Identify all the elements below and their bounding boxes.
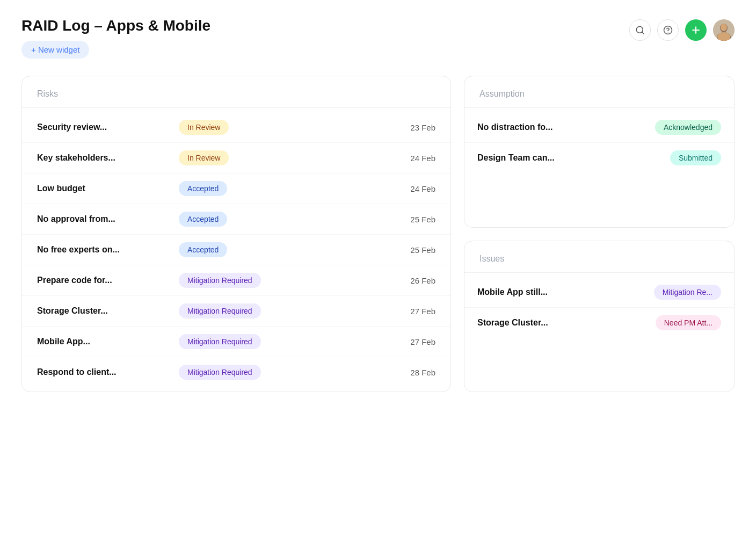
header-left: RAID Log – Apps & Mobile + New widget <box>21 17 210 59</box>
table-row[interactable]: No free experts on... Accepted 25 Feb <box>22 235 450 265</box>
row-date: 28 Feb <box>310 368 435 377</box>
new-widget-button[interactable]: + New widget <box>21 41 89 59</box>
row-status: Mitigation Required <box>179 303 297 319</box>
row-date: 24 Feb <box>310 154 435 163</box>
row-status: Mitigation Required <box>179 334 297 349</box>
table-row[interactable]: Design Team can... Submitted <box>464 143 734 173</box>
row-status: In Review <box>179 150 297 165</box>
status-badge: Accepted <box>179 212 227 227</box>
svg-point-9 <box>721 24 727 31</box>
row-date: 24 Feb <box>310 184 435 193</box>
table-row[interactable]: No distraction fo... Acknowledged <box>464 112 734 143</box>
row-name: Prepare code for... <box>37 276 166 285</box>
row-name: Storage Cluster... <box>37 306 166 316</box>
row-name: No free experts on... <box>37 245 166 255</box>
table-row[interactable]: Prepare code for... Mitigation Required … <box>22 265 450 296</box>
row-name: Key stakeholders... <box>37 153 166 163</box>
issues-table: Mobile App still... Mitigation Re... Sto… <box>464 273 734 342</box>
table-row[interactable]: Storage Cluster... Mitigation Required 2… <box>22 296 450 327</box>
search-icon <box>635 25 645 35</box>
risks-card-title: Risks <box>37 89 58 98</box>
row-status: In Review <box>179 120 297 135</box>
table-row[interactable]: No approval from... Accepted 25 Feb <box>22 204 450 235</box>
status-badge: Need PM Att... <box>656 315 721 330</box>
row-name: Respond to client... <box>37 367 166 377</box>
status-badge: In Review <box>179 150 229 165</box>
row-status: Accepted <box>179 181 297 196</box>
row-date: 23 Feb <box>310 123 435 132</box>
row-name: No approval from... <box>37 214 166 224</box>
issues-card-title: Issues <box>479 254 504 263</box>
row-status: Need PM Att... <box>656 315 721 330</box>
row-date: 27 Feb <box>310 307 435 316</box>
header-right <box>629 19 735 41</box>
row-date: 25 Feb <box>310 215 435 224</box>
page-title: RAID Log – Apps & Mobile <box>21 17 210 34</box>
table-row[interactable]: Mobile App... Mitigation Required 27 Feb <box>22 327 450 357</box>
table-row[interactable]: Storage Cluster... Need PM Att... <box>464 308 734 338</box>
status-badge: Mitigation Re... <box>654 285 721 300</box>
row-name: Mobile App still... <box>477 287 645 297</box>
svg-line-1 <box>642 32 643 33</box>
table-row[interactable]: Mobile App still... Mitigation Re... <box>464 277 734 308</box>
risks-card: Risks Security review... In Review 23 Fe… <box>21 76 451 392</box>
row-name: Design Team can... <box>477 153 662 163</box>
status-badge: Accepted <box>179 242 227 257</box>
table-row[interactable]: Respond to client... Mitigation Required… <box>22 357 450 387</box>
header: RAID Log – Apps & Mobile + New widget <box>21 17 735 59</box>
row-status: Accepted <box>179 212 297 227</box>
main-content: Risks Security review... In Review 23 Fe… <box>21 76 735 392</box>
row-date: 25 Feb <box>310 245 435 255</box>
right-panel: Assumption No distraction fo... Acknowle… <box>464 76 735 392</box>
plus-icon <box>690 25 701 35</box>
add-button[interactable] <box>685 19 707 41</box>
status-badge: Acknowledged <box>655 120 721 135</box>
risks-card-header: Risks <box>22 76 450 108</box>
row-name: No distraction fo... <box>477 122 646 132</box>
issues-card: Issues Mobile App still... Mitigation Re… <box>464 241 735 393</box>
status-badge: Mitigation Required <box>179 303 261 319</box>
status-badge: In Review <box>179 120 229 135</box>
avatar[interactable] <box>713 19 735 41</box>
row-date: 26 Feb <box>310 276 435 285</box>
table-row[interactable]: Low budget Accepted 24 Feb <box>22 173 450 204</box>
row-status: Accepted <box>179 242 297 257</box>
issues-card-header: Issues <box>464 241 734 273</box>
row-status: Mitigation Re... <box>654 285 721 300</box>
row-name: Mobile App... <box>37 337 166 346</box>
risks-table: Security review... In Review 23 Feb Key … <box>22 108 450 392</box>
status-badge: Mitigation Required <box>179 334 261 349</box>
status-badge: Submitted <box>670 150 721 165</box>
assumption-card-title: Assumption <box>479 89 525 98</box>
assumption-card-header: Assumption <box>464 76 734 108</box>
status-badge: Accepted <box>179 181 227 196</box>
row-status: Mitigation Required <box>179 273 297 288</box>
row-status: Acknowledged <box>655 120 721 135</box>
search-button[interactable] <box>629 19 651 41</box>
row-name: Low budget <box>37 184 166 193</box>
assumption-card: Assumption No distraction fo... Acknowle… <box>464 76 735 228</box>
row-name: Storage Cluster... <box>477 318 647 328</box>
row-status: Mitigation Required <box>179 365 297 380</box>
row-status: Submitted <box>670 150 721 165</box>
row-date: 27 Feb <box>310 337 435 346</box>
assumption-table: No distraction fo... Acknowledged Design… <box>464 108 734 177</box>
status-badge: Mitigation Required <box>179 273 261 288</box>
table-row[interactable]: Key stakeholders... In Review 24 Feb <box>22 143 450 173</box>
help-button[interactable] <box>657 19 679 41</box>
help-icon <box>663 25 673 35</box>
avatar-image <box>713 19 735 41</box>
row-name: Security review... <box>37 122 166 132</box>
table-row[interactable]: Security review... In Review 23 Feb <box>22 112 450 143</box>
status-badge: Mitigation Required <box>179 365 261 380</box>
